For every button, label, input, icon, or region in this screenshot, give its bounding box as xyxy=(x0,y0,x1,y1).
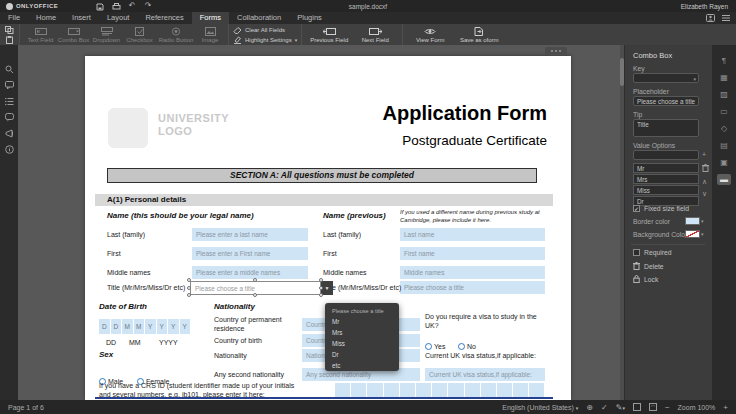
view-form-button[interactable]: View Form xyxy=(407,27,453,43)
menu-tab-plugins[interactable]: Plugins xyxy=(289,12,330,24)
image-button[interactable]: Image xyxy=(196,27,224,43)
option-item-miss[interactable]: Miss xyxy=(633,185,699,195)
delete-button[interactable]: Delete xyxy=(633,262,664,270)
required-checkbox[interactable] xyxy=(633,249,640,256)
visa-status-field[interactable]: Current UK visa status,if applicable: xyxy=(425,368,545,381)
navigation-icon[interactable] xyxy=(5,97,14,106)
menu-tab-insert[interactable]: Insert xyxy=(64,12,99,24)
middle-names-field[interactable]: Please enter a middle names xyxy=(192,266,308,279)
chevron-down-icon[interactable]: ▾ xyxy=(701,218,704,224)
background-color-swatch[interactable] xyxy=(685,230,700,238)
checkbox-icon xyxy=(135,27,145,36)
set-language-globe-icon[interactable]: ⊕ xyxy=(586,403,593,412)
move-option-up-icon[interactable]: ∧ xyxy=(702,178,707,186)
paste-icon[interactable] xyxy=(5,36,14,44)
first-name-field[interactable]: Please enter a First name xyxy=(192,247,308,260)
hamburger-menu-icon[interactable] xyxy=(722,14,730,22)
last-name-field[interactable]: Please enter a last name xyxy=(192,228,308,241)
option-item-mr[interactable]: Mr xyxy=(633,163,699,173)
highlighter-icon xyxy=(233,36,242,44)
language-selector[interactable]: English (United States) ▾ xyxy=(502,404,578,411)
crs-id-cell-row[interactable] xyxy=(335,383,544,398)
menu-tab-home[interactable]: Home xyxy=(28,12,64,24)
lock-button[interactable]: Lock xyxy=(633,275,658,283)
middle-names-label: Middle names xyxy=(107,269,151,276)
radio-button-button[interactable]: Radio Button xyxy=(156,27,196,43)
add-option-icon[interactable]: + xyxy=(702,151,706,159)
copy-icon[interactable] xyxy=(5,26,14,34)
redo-icon[interactable]: ↷ xyxy=(140,0,156,12)
move-option-down-icon[interactable]: ∨ xyxy=(702,190,707,198)
menu-tab-file[interactable]: File xyxy=(0,12,28,24)
track-changes-icon[interactable]: ✎▾ xyxy=(616,403,625,412)
chevron-down-icon[interactable]: ▾ xyxy=(701,231,704,237)
about-icon[interactable] xyxy=(5,145,14,154)
name-legal-header: Name (this should be your legal name) xyxy=(107,211,254,220)
middle-names-prev-field[interactable]: Middle names xyxy=(400,266,545,279)
spellcheck-icon[interactable]: ✓ xyxy=(601,403,608,412)
checkbox-button[interactable]: Checkbox xyxy=(123,27,156,43)
first-name-prev-field[interactable]: First name xyxy=(400,247,545,260)
headerfooter-settings-icon[interactable]: ▭ xyxy=(717,106,731,117)
placeholder-input[interactable]: Please choose a title xyxy=(633,96,699,106)
dob-cell-row[interactable]: DD MM YY YY xyxy=(99,319,190,334)
border-color-swatch[interactable] xyxy=(685,217,700,225)
print-icon[interactable] xyxy=(108,1,124,11)
users-icon[interactable] xyxy=(706,14,715,22)
onlyoffice-logo-icon xyxy=(6,3,13,10)
paragraph-settings-icon[interactable]: ¶ xyxy=(717,55,731,66)
chart-settings-icon[interactable]: ▤ xyxy=(717,140,731,151)
comments-icon[interactable] xyxy=(5,81,14,90)
text-field-button[interactable]: Text Field xyxy=(24,27,57,43)
right-sidebar: ¶ ▦ ▨ ▭ ◇ ▤ ▣ ▬ xyxy=(712,45,736,400)
undo-icon[interactable]: ↶ xyxy=(124,0,140,12)
shape-settings-icon[interactable]: ◇ xyxy=(717,123,731,134)
title-bar: ONLYOFFICE ↶ ↷ sample.docxf Elizabeth Ra… xyxy=(0,0,736,12)
visa-no-radio[interactable]: No xyxy=(458,335,476,353)
value-option-input[interactable] xyxy=(633,150,699,160)
mailmerge-settings-icon[interactable]: ▣ xyxy=(717,157,731,168)
image-settings-icon[interactable]: ▨ xyxy=(717,89,731,100)
visa-yes-radio[interactable]: Yes xyxy=(425,335,445,353)
dropdown-item-mrs[interactable]: Mrs xyxy=(325,327,399,338)
tip-textarea[interactable]: Title xyxy=(633,119,699,137)
zoom-in-button[interactable]: + xyxy=(723,403,728,412)
dropdown-item-placeholder[interactable]: Please choose a title xyxy=(325,306,399,316)
mini-widget[interactable] xyxy=(545,47,567,55)
save-icon[interactable] xyxy=(92,1,108,11)
fit-page-icon[interactable] xyxy=(633,403,641,411)
page-indicator[interactable]: Page 1 of 6 xyxy=(0,404,44,411)
dropdown-item-mr[interactable]: Mr xyxy=(325,316,399,327)
menu-tab-layout[interactable]: Layout xyxy=(99,12,138,24)
last-name-prev-field[interactable]: Last name xyxy=(400,228,545,241)
nationality-header: Nationality xyxy=(214,302,255,311)
highlight-settings-button[interactable]: Highlight Settings ▾ xyxy=(233,36,297,44)
feedback-icon[interactable] xyxy=(5,129,14,138)
table-settings-icon[interactable]: ▦ xyxy=(717,72,731,83)
dropdown-item-etc[interactable]: etc xyxy=(325,360,399,371)
zoom-level[interactable]: Zoom 100% xyxy=(678,404,716,411)
fixed-size-checkbox[interactable]: ✓ xyxy=(633,205,640,212)
chat-icon[interactable] xyxy=(5,113,14,122)
option-item-mrs[interactable]: Mrs xyxy=(633,174,699,184)
fit-width-icon[interactable] xyxy=(649,403,657,411)
delete-option-icon[interactable] xyxy=(702,164,709,172)
menu-tab-collaboration[interactable]: Collaboration xyxy=(229,12,289,24)
title-prev-field[interactable]: Please choose a title xyxy=(400,281,545,294)
menu-tab-references[interactable]: References xyxy=(137,12,191,24)
dropdown-button[interactable]: Dropdown xyxy=(90,27,123,43)
menu-tab-forms[interactable]: Forms xyxy=(192,12,229,24)
next-field-button[interactable]: Next Field xyxy=(352,27,398,43)
save-as-oform-button[interactable]: Save as oform xyxy=(453,27,505,43)
previous-field-button[interactable]: Previous Field xyxy=(306,27,352,43)
combo-box-button[interactable]: Combo Box xyxy=(57,27,90,43)
search-icon[interactable] xyxy=(5,65,14,74)
key-select[interactable]: ▾ xyxy=(633,73,699,83)
dropdown-item-dr[interactable]: Dr xyxy=(325,349,399,360)
dropdown-item-miss[interactable]: Miss xyxy=(325,338,399,349)
dob-hint-dd: DD xyxy=(106,339,116,346)
document-page[interactable]: UNIVERSITY LOGO Application Form Postgra… xyxy=(85,56,571,400)
form-settings-icon[interactable]: ▬ xyxy=(717,174,731,185)
clear-all-fields-button[interactable]: Clear All Fields xyxy=(233,26,297,34)
zoom-out-button[interactable]: − xyxy=(665,403,670,412)
